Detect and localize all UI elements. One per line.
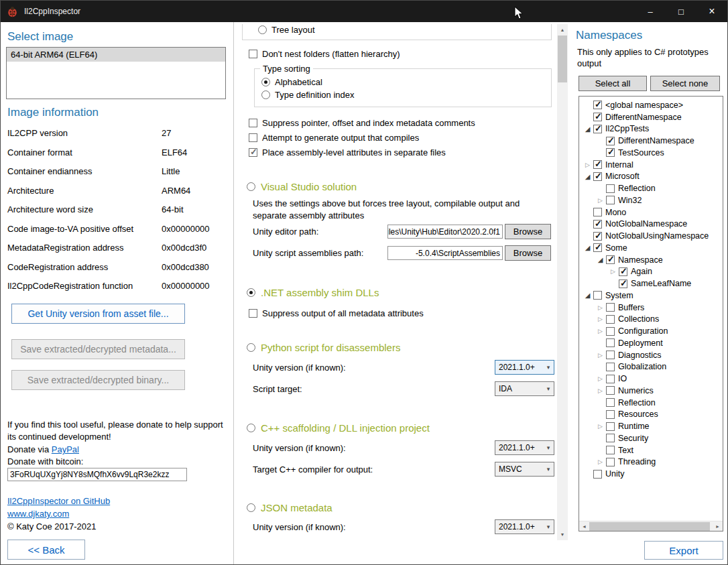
namespace-checkbox[interactable] bbox=[606, 410, 615, 419]
namespace-checkbox[interactable] bbox=[606, 148, 615, 157]
namespace-label: Il2CppTests bbox=[605, 124, 649, 133]
namespace-checkbox[interactable] bbox=[593, 470, 602, 479]
namespace-checkbox[interactable] bbox=[606, 363, 615, 371]
tree-item[interactable]: Text bbox=[582, 444, 722, 456]
collapse-arrow-icon[interactable]: ◢ bbox=[595, 256, 606, 263]
namespace-checkbox[interactable] bbox=[606, 338, 615, 347]
tree-item[interactable]: ◢Namespace bbox=[582, 254, 722, 266]
namespace-checkbox[interactable] bbox=[606, 422, 615, 431]
tree-item[interactable]: ▷IO bbox=[582, 373, 722, 385]
tree-item[interactable]: Mono bbox=[582, 206, 722, 218]
collapse-arrow-icon[interactable]: ◢ bbox=[582, 292, 593, 299]
namespace-checkbox[interactable] bbox=[606, 196, 615, 204]
expand-arrow-icon[interactable]: ▷ bbox=[595, 423, 606, 430]
namespace-checkbox[interactable] bbox=[606, 315, 615, 324]
tree-item[interactable]: ◢Some bbox=[582, 242, 722, 254]
maximize-icon[interactable]: □ bbox=[666, 1, 696, 22]
namespace-checkbox[interactable] bbox=[606, 255, 615, 264]
expand-arrow-icon[interactable]: ▷ bbox=[595, 304, 606, 311]
namespace-checkbox[interactable] bbox=[593, 291, 602, 300]
expand-arrow-icon[interactable]: ▷ bbox=[582, 162, 593, 168]
tree-item[interactable]: Reflection bbox=[582, 397, 722, 409]
collapse-arrow-icon[interactable]: ◢ bbox=[582, 173, 593, 180]
scroll-right-icon[interactable]: ► bbox=[713, 521, 723, 531]
namespace-checkbox[interactable] bbox=[606, 398, 615, 407]
namespace-checkbox[interactable] bbox=[606, 184, 615, 193]
namespace-checkbox[interactable] bbox=[606, 137, 615, 145]
namespace-label: Text bbox=[618, 446, 633, 455]
tree-item[interactable]: ▷Numerics bbox=[582, 385, 722, 397]
tree-item[interactable]: ◢Microsoft bbox=[582, 171, 722, 183]
tree-item[interactable]: ▷Threading bbox=[582, 456, 722, 468]
tree-item[interactable]: ◢Il2CppTests bbox=[582, 123, 722, 135]
tree-item[interactable]: ▷Internal bbox=[582, 159, 722, 171]
expand-arrow-icon[interactable]: ▷ bbox=[607, 268, 619, 275]
tree-item[interactable]: NotGlobalUsingNamespace bbox=[582, 230, 722, 242]
tree-item[interactable]: Globalization bbox=[582, 361, 722, 373]
expand-arrow-icon[interactable]: ▷ bbox=[595, 458, 606, 465]
namespace-checkbox[interactable] bbox=[606, 375, 615, 383]
namespace-checkbox[interactable] bbox=[606, 386, 615, 395]
tree-item[interactable]: Deployment bbox=[582, 337, 722, 349]
tree-item[interactable]: Reflection bbox=[582, 182, 722, 194]
right-panel: Namespaces This only applies to C# proto… bbox=[1, 1, 727, 564]
tree-item[interactable]: TestSources bbox=[582, 147, 722, 159]
namespace-checkbox[interactable] bbox=[606, 446, 615, 454]
tree-item[interactable]: <global namespace> bbox=[582, 99, 722, 111]
expand-arrow-icon[interactable]: ▷ bbox=[595, 316, 606, 322]
tree-item[interactable]: DifferentNamespace bbox=[582, 111, 722, 123]
namespace-label: DifferentNamespace bbox=[618, 136, 694, 145]
namespace-checkbox[interactable] bbox=[619, 267, 627, 276]
namespace-checkbox[interactable] bbox=[593, 113, 602, 121]
tree-item[interactable]: ◢System bbox=[582, 290, 722, 302]
expand-arrow-icon[interactable]: ▷ bbox=[595, 328, 606, 334]
tree-item[interactable]: Resources bbox=[582, 409, 722, 421]
select-all-button[interactable]: Select all bbox=[579, 76, 647, 91]
tree-item[interactable]: ▷Win32 bbox=[582, 194, 722, 206]
namespace-label: System bbox=[605, 291, 633, 300]
tree-item[interactable]: ▷Diagnostics bbox=[582, 349, 722, 361]
tree-item[interactable]: ▷Again bbox=[582, 266, 722, 278]
namespace-checkbox[interactable] bbox=[593, 172, 602, 181]
namespace-checkbox[interactable] bbox=[593, 160, 602, 169]
mouse-cursor bbox=[514, 6, 524, 22]
namespace-checkbox[interactable] bbox=[593, 232, 602, 241]
scroll-left-icon[interactable]: ◄ bbox=[579, 521, 589, 531]
namespace-checkbox[interactable] bbox=[606, 434, 615, 442]
select-none-button[interactable]: Select none bbox=[650, 76, 720, 91]
namespace-checkbox[interactable] bbox=[606, 458, 615, 466]
tree-item[interactable]: DifferentNamespace bbox=[582, 135, 722, 147]
namespace-checkbox[interactable] bbox=[593, 243, 602, 252]
namespace-checkbox[interactable] bbox=[593, 125, 602, 133]
namespace-label: <global namespace> bbox=[605, 101, 683, 110]
namespace-label: Some bbox=[605, 243, 627, 253]
tree-item[interactable]: ▷Runtime bbox=[582, 420, 722, 432]
tree-item[interactable]: Security bbox=[582, 432, 722, 444]
tree-item[interactable]: SameLeafName bbox=[582, 277, 722, 290]
close-icon[interactable]: × bbox=[696, 1, 727, 22]
namespace-checkbox[interactable] bbox=[593, 101, 602, 109]
namespace-label: Mono bbox=[605, 208, 626, 217]
expand-arrow-icon[interactable]: ▷ bbox=[595, 387, 606, 394]
namespace-checkbox[interactable] bbox=[606, 303, 615, 312]
namespace-label: IO bbox=[618, 374, 627, 383]
tree-item[interactable]: ▷Collections bbox=[582, 314, 722, 326]
collapse-arrow-icon[interactable]: ◢ bbox=[582, 244, 593, 251]
tree-horizontal-scrollbar[interactable]: ◄ ► bbox=[579, 521, 723, 531]
export-button[interactable]: Export bbox=[644, 541, 723, 560]
namespace-checkbox[interactable] bbox=[593, 208, 602, 216]
tree-item[interactable]: ▷Buffers bbox=[582, 302, 722, 314]
expand-arrow-icon[interactable]: ▷ bbox=[595, 197, 606, 204]
namespace-checkbox[interactable] bbox=[606, 351, 615, 359]
collapse-arrow-icon[interactable]: ◢ bbox=[582, 125, 593, 133]
tree-item[interactable]: Unity bbox=[582, 468, 722, 480]
namespace-checkbox[interactable] bbox=[593, 220, 602, 229]
minimize-icon[interactable]: – bbox=[635, 1, 666, 22]
namespace-checkbox[interactable] bbox=[619, 279, 627, 288]
tree-item[interactable]: ▷Configuration bbox=[582, 325, 722, 337]
horizontal-scrollbar-thumb[interactable] bbox=[589, 522, 710, 531]
expand-arrow-icon[interactable]: ▷ bbox=[595, 352, 606, 359]
tree-item[interactable]: NotGlobalNamespace bbox=[582, 218, 722, 231]
expand-arrow-icon[interactable]: ▷ bbox=[595, 375, 606, 382]
namespace-checkbox[interactable] bbox=[606, 327, 615, 336]
